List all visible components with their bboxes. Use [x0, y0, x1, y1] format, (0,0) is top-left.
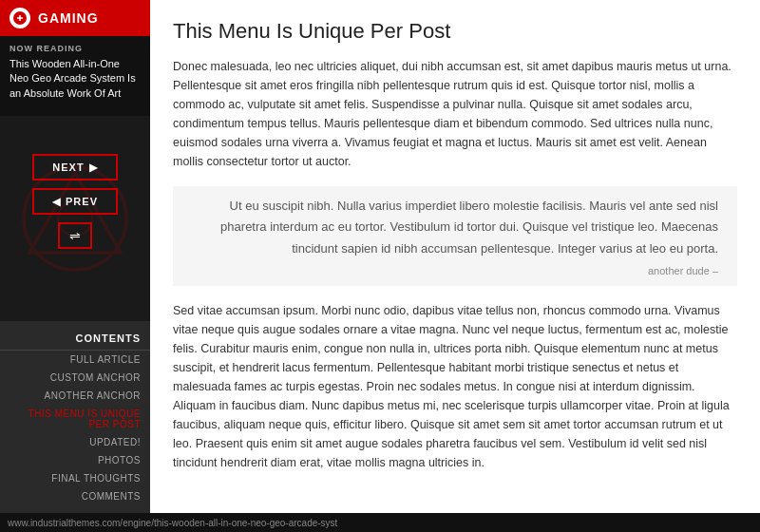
article-paragraph-1: Donec malesuada, leo nec ultricies aliqu… [173, 57, 737, 171]
article-body: Donec malesuada, leo nec ultricies aliqu… [173, 57, 737, 471]
article-title: This Menu Is Unique Per Post [173, 19, 737, 44]
now-reading-label: NOW READING [0, 36, 150, 57]
contents-item-photos[interactable]: PHOTOS [0, 451, 150, 469]
contents-item-another-anchor[interactable]: ANOTHER ANCHOR [0, 387, 150, 405]
contents-item-comments[interactable]: COMMENTS [0, 487, 150, 505]
gaming-logo-icon [10, 8, 30, 28]
shuffle-button[interactable]: ⇌ [58, 222, 92, 249]
contents-section: CONTENTS FULL ARTICLE CUSTOM ANCHOR ANOT… [0, 321, 150, 513]
contents-item-this-menu[interactable]: THIS MENU IS UNIQUE PER POST [0, 405, 150, 433]
contents-item-updated[interactable]: UPDATED! [0, 433, 150, 451]
sidebar-header: GAMING [0, 0, 150, 36]
next-button[interactable]: NEXT ▶ [32, 154, 118, 180]
sidebar-brand-label: GAMING [38, 10, 99, 26]
blockquote-author: another dude – [192, 265, 718, 276]
contents-item-final-thoughts[interactable]: FINAL THOUGHTS [0, 469, 150, 487]
contents-title: CONTENTS [0, 329, 150, 351]
next-arrow-icon: ▶ [89, 162, 98, 174]
prev-arrow-icon: ◀ [52, 196, 61, 208]
now-reading-title: This Wooden All-in-One Neo Geo Arcade Sy… [0, 57, 150, 110]
sidebar: GAMING NOW READING This Wooden All-in-On… [0, 0, 150, 513]
url-display: www.industrialthemes.com/engine/this-woo… [8, 518, 337, 528]
contents-item-custom-anchor[interactable]: CUSTOM ANCHOR [0, 369, 150, 387]
blockquote-text: Ut eu suscipit nibh. Nulla varius imperd… [192, 196, 718, 258]
blockquote: Ut eu suscipit nibh. Nulla varius imperd… [173, 186, 737, 285]
shuffle-icon: ⇌ [69, 228, 81, 243]
bottom-bar: www.industrialthemes.com/engine/this-woo… [0, 513, 760, 532]
main-content: This Menu Is Unique Per Post Donec males… [150, 0, 760, 513]
article-paragraph-2: Sed vitae accumsan ipsum. Morbi nunc odi… [173, 301, 737, 472]
prev-button[interactable]: ◀ PREV [32, 188, 118, 215]
contents-items-list: FULL ARTICLE CUSTOM ANCHOR ANOTHER ANCHO… [0, 351, 150, 505]
contents-item-full-article[interactable]: FULL ARTICLE [0, 351, 150, 369]
